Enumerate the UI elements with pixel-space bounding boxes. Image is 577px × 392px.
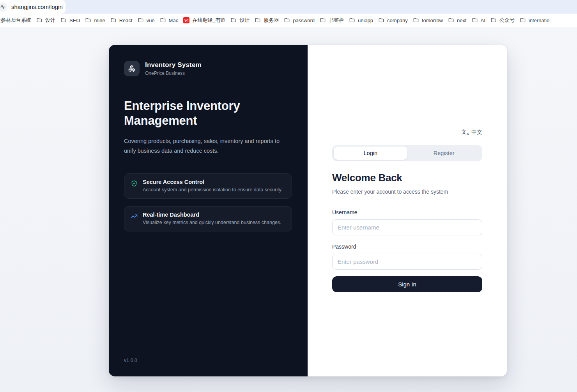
- password-label: Password: [332, 244, 482, 250]
- bookmark-item-12[interactable]: uniapp: [349, 17, 373, 23]
- shield-check-icon: [131, 180, 138, 187]
- version-label: v1.0.0: [124, 358, 292, 363]
- folder-icon: [520, 17, 526, 23]
- folder-icon: [520, 17, 526, 23]
- bookmark-item-16[interactable]: AI: [472, 17, 485, 23]
- language-switcher[interactable]: 文A 中文: [332, 129, 482, 136]
- bookmark-item-10[interactable]: password: [284, 17, 315, 23]
- username-input[interactable]: [332, 219, 482, 235]
- tab-register[interactable]: Register: [407, 147, 481, 160]
- bookmark-item-17[interactable]: 公众号: [490, 17, 515, 24]
- bookmark-item-13[interactable]: company: [378, 17, 408, 23]
- bookmark-item-5[interactable]: vue: [138, 17, 155, 23]
- folder-icon: [320, 17, 326, 23]
- app-logo: [124, 61, 140, 76]
- feature-title: Secure Access Control: [143, 179, 282, 185]
- bookmark-item-6[interactable]: Mac: [160, 17, 179, 23]
- address-bar[interactable]: shangjins.com/login: [0, 0, 65, 14]
- brand-text: Inventory System OnePrice Business: [145, 61, 202, 76]
- folder-icon: [60, 17, 67, 23]
- folder-icon: [36, 17, 42, 23]
- folder-icon: [138, 17, 144, 23]
- folder-icon: [110, 17, 117, 23]
- folder-icon: [490, 17, 497, 23]
- bookmark-item-9[interactable]: 服务器: [255, 17, 279, 24]
- password-input[interactable]: [332, 254, 482, 270]
- app-title: Inventory System: [145, 61, 202, 69]
- trending-up-icon: [131, 213, 138, 220]
- folder-icon: [255, 17, 261, 23]
- feature-description: Account system and permission isolation …: [143, 187, 282, 192]
- browser-url-row: shangjins.com/login: [0, 0, 577, 14]
- folder-icon: [472, 17, 478, 23]
- folder-icon: [349, 17, 355, 23]
- youdao-icon: yd: [183, 17, 189, 23]
- folder-icon: [320, 17, 326, 23]
- folder-icon: [160, 17, 166, 23]
- folder-icon: [138, 17, 144, 23]
- folder-icon: [85, 17, 91, 23]
- login-panel: 文A 中文 Login Register Welcome Back Please…: [308, 45, 507, 376]
- folder-icon: [85, 17, 91, 23]
- folder-icon: [378, 17, 384, 23]
- folder-icon: [160, 17, 166, 23]
- app-subtitle: OnePrice Business: [145, 71, 202, 76]
- folder-icon: [378, 17, 384, 23]
- boxes-icon: [127, 64, 136, 73]
- bookmarks-bar: 大参林后台系统 设计 SEO mine React vue Mac yd 在线翻…: [0, 14, 577, 27]
- welcome-heading: Welcome Back: [332, 172, 482, 184]
- site-settings-icon[interactable]: [0, 2, 7, 12]
- folder-icon: [110, 17, 117, 23]
- folder-icon: [284, 17, 290, 23]
- feature-description: Visualize key metrics and quickly unders…: [143, 220, 281, 225]
- feature-secure-access: Secure Access Control Account system and…: [124, 173, 292, 199]
- folder-icon: [349, 17, 355, 23]
- bookmark-item-1[interactable]: 设计: [36, 17, 55, 24]
- folder-icon: [60, 17, 67, 23]
- bookmark-item-8[interactable]: 设计: [230, 17, 250, 24]
- folder-icon: [448, 17, 454, 23]
- folder-icon: [255, 17, 261, 23]
- brand-panel: Inventory System OnePrice Business Enter…: [109, 45, 308, 376]
- folder-icon: [230, 17, 237, 23]
- bookmark-item-3[interactable]: mine: [85, 17, 105, 23]
- url-text[interactable]: shangjins.com/login: [11, 4, 63, 10]
- page-background: Inventory System OnePrice Business Enter…: [0, 27, 577, 392]
- feature-title: Real-time Dashboard: [143, 212, 281, 218]
- folder-icon: [284, 17, 290, 23]
- brand-row: Inventory System OnePrice Business: [124, 61, 292, 76]
- folder-icon: [448, 17, 454, 23]
- bookmark-item-11[interactable]: 书签栏: [320, 17, 344, 24]
- folder-icon: [413, 17, 419, 23]
- username-label: Username: [332, 209, 482, 215]
- sign-in-button[interactable]: Sign In: [332, 276, 482, 292]
- folder-icon: [36, 17, 42, 23]
- tab-login[interactable]: Login: [334, 147, 407, 160]
- folder-icon: [230, 17, 237, 23]
- auth-tabs: Login Register: [332, 145, 482, 161]
- bookmark-item-14[interactable]: tomorrow: [413, 17, 443, 23]
- feature-list: Secure Access Control Account system and…: [124, 173, 292, 231]
- hero-heading: Enterprise Inventory Management: [124, 99, 253, 128]
- bookmark-item-4[interactable]: React: [110, 17, 133, 23]
- folder-icon: [490, 17, 497, 23]
- bookmark-item-0[interactable]: 大参林后台系统: [0, 17, 31, 24]
- bookmark-item-15[interactable]: next: [448, 17, 467, 23]
- feature-realtime-dashboard: Real-time Dashboard Visualize key metric…: [124, 206, 292, 231]
- hero-description: Covering products, purchasing, sales, in…: [124, 136, 292, 155]
- bookmark-item-18[interactable]: internatio: [520, 17, 549, 23]
- bookmark-item-2[interactable]: SEO: [60, 17, 80, 23]
- language-label: 中文: [471, 129, 482, 136]
- login-card: Inventory System OnePrice Business Enter…: [109, 45, 507, 376]
- folder-icon: [472, 17, 478, 23]
- welcome-subheading: Please enter your account to access the …: [332, 189, 482, 195]
- folder-icon: [413, 17, 419, 23]
- bookmark-item-7[interactable]: yd 在线翻译_有道: [183, 17, 225, 24]
- translate-icon: 文A: [462, 129, 469, 136]
